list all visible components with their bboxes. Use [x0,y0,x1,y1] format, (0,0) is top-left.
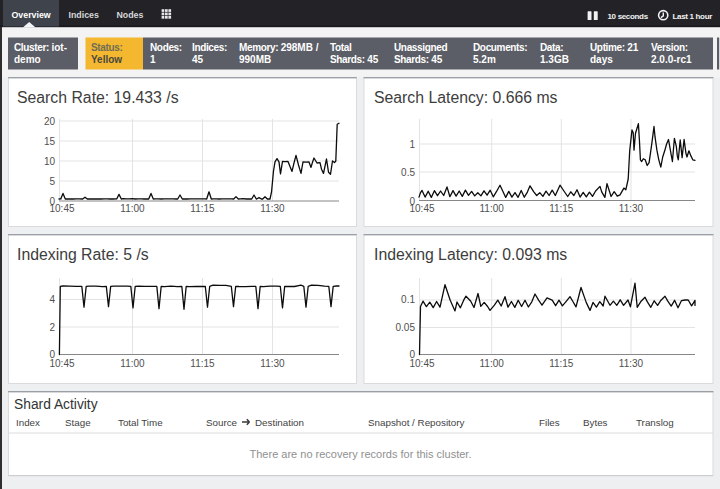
svg-text:Destination: Destination [255,417,304,428]
svg-text:Snapshot / Repository: Snapshot / Repository [368,417,464,428]
svg-text:Uptime: 21: Uptime: 21 [590,42,639,53]
svg-text:0.1: 0.1 [401,294,415,305]
svg-text:Nodes: Nodes [117,10,144,20]
svg-text:11:30: 11:30 [619,358,644,369]
svg-text:10:45: 10:45 [49,358,74,369]
svg-text:10: 10 [44,156,56,167]
svg-text:Index: Index [16,417,40,428]
svg-text:10:45: 10:45 [409,358,434,369]
svg-text:1: 1 [409,139,415,150]
svg-text:45: 45 [192,54,204,65]
svg-text:Indices: Indices [69,10,99,20]
svg-text:Nodes:: Nodes: [150,42,182,53]
svg-text:5: 5 [49,176,55,187]
svg-text:Files: Files [539,417,560,428]
svg-text:11:00: 11:00 [120,203,145,214]
svg-text:Shards: 45: Shards: 45 [394,54,443,65]
svg-text:Memory: 298MB /: Memory: 298MB / [239,42,319,53]
svg-text:11:15: 11:15 [549,358,574,369]
svg-text:Indices:: Indices: [192,42,227,53]
svg-text:Bytes: Bytes [583,417,608,428]
svg-text:Shards: 45: Shards: 45 [330,54,379,65]
svg-text:0.05: 0.05 [396,322,416,333]
svg-text:4: 4 [49,294,55,305]
svg-text:20: 20 [44,116,56,127]
svg-text:2: 2 [49,322,55,333]
svg-text:5.2m: 5.2m [473,54,496,65]
svg-text:Indexing Rate: 5 /s: Indexing Rate: 5 /s [17,246,149,263]
svg-text:11:00: 11:00 [480,358,505,369]
svg-text:Status:: Status: [91,42,122,53]
svg-text:Documents:: Documents: [473,42,527,53]
svg-text:990MB: 990MB [239,54,271,65]
svg-text:days: days [590,54,613,65]
svg-text:11:00: 11:00 [480,203,505,214]
svg-text:11:30: 11:30 [260,203,285,214]
svg-text:10:45: 10:45 [409,203,434,214]
svg-text:10:45: 10:45 [49,203,74,214]
svg-text:Shard Activity: Shard Activity [14,397,98,412]
svg-text:1: 1 [150,54,156,65]
svg-text:11:15: 11:15 [549,203,574,214]
svg-text:10 seconds: 10 seconds [608,12,649,21]
svg-text:Cluster: iot-: Cluster: iot- [14,42,67,53]
svg-text:Indexing Latency: 0.093 ms: Indexing Latency: 0.093 ms [374,246,567,263]
svg-text:Data:: Data: [540,42,563,53]
svg-text:There are no recovery records: There are no recovery records for this c… [250,448,472,460]
svg-text:11:15: 11:15 [190,203,215,214]
svg-text:11:00: 11:00 [120,358,145,369]
svg-text:Total: Total [330,42,352,53]
svg-text:Overview: Overview [12,10,51,20]
svg-text:11:30: 11:30 [260,358,285,369]
svg-text:0.5: 0.5 [401,167,415,178]
svg-text:Search Latency: 0.666 ms: Search Latency: 0.666 ms [374,89,558,106]
svg-text:15: 15 [44,136,56,147]
svg-text:11:15: 11:15 [190,358,215,369]
svg-text:Stage: Stage [65,417,91,428]
svg-text:2.0.0-rc1: 2.0.0-rc1 [651,54,692,65]
svg-text:Translog: Translog [636,417,674,428]
svg-text:1.3GB: 1.3GB [540,54,569,65]
svg-text:Total Time: Total Time [118,417,163,428]
svg-text:demo: demo [14,54,41,65]
svg-text:Last 1 hour: Last 1 hour [673,12,713,21]
svg-text:11:30: 11:30 [619,203,644,214]
svg-text:Yellow: Yellow [91,54,122,65]
svg-text:Search Rate: 19.433 /s: Search Rate: 19.433 /s [17,89,179,106]
svg-text:Source: Source [206,417,238,428]
svg-text:Unassigned: Unassigned [394,42,447,53]
svg-text:Version:: Version: [651,42,688,53]
